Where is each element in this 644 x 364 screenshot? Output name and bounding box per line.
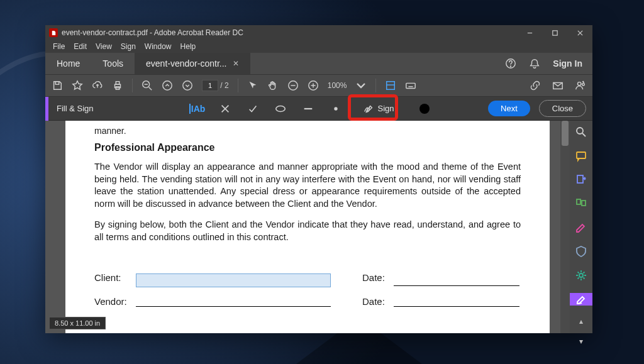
svg-point-43 — [579, 273, 583, 277]
next-button[interactable]: Next — [488, 101, 530, 116]
share-link-icon[interactable] — [530, 80, 541, 91]
window-minimize-button[interactable] — [517, 25, 542, 40]
menu-view[interactable]: View — [92, 42, 116, 51]
fill-sign-rail-icon[interactable] — [570, 293, 592, 306]
date-label: Date: — [362, 296, 394, 307]
keyboard-icon[interactable] — [405, 80, 416, 91]
notifications-bell-icon[interactable] — [529, 58, 540, 69]
main-toolbar: / 2 100% — [45, 74, 592, 97]
client-date-field[interactable] — [394, 272, 519, 286]
right-tools-rail: ▴ ▾ — [570, 121, 592, 333]
organize-pages-icon[interactable] — [574, 197, 588, 210]
edit-pdf-icon[interactable] — [574, 221, 588, 234]
svg-point-13 — [163, 81, 172, 90]
page-indicator: / 2 — [202, 80, 229, 91]
window-close-button[interactable] — [567, 25, 592, 40]
doc-paragraph: The Vendor will display an appearance an… — [94, 161, 521, 210]
vendor-date-field[interactable] — [394, 296, 519, 307]
client-signature-field[interactable] — [136, 273, 331, 287]
tab-close-icon[interactable]: ✕ — [233, 59, 239, 68]
svg-line-38 — [582, 133, 586, 136]
vendor-signature-field[interactable] — [136, 296, 331, 307]
document-viewport[interactable]: manner. Professional Appearance The Vend… — [45, 121, 570, 333]
svg-rect-21 — [406, 83, 415, 88]
selection-arrow-icon[interactable] — [247, 80, 258, 91]
menu-edit[interactable]: Edit — [70, 42, 91, 51]
svg-rect-20 — [387, 82, 395, 90]
svg-point-28 — [578, 82, 581, 85]
rail-scroll-down-icon[interactable]: ▾ — [579, 337, 583, 346]
svg-point-34 — [275, 106, 284, 111]
client-label: Client: — [94, 272, 136, 286]
print-icon[interactable] — [112, 80, 123, 91]
sign-button[interactable]: Sign — [357, 101, 401, 117]
optimize-gear-icon[interactable] — [574, 269, 588, 282]
menu-help[interactable]: Help — [177, 42, 200, 51]
svg-line-31 — [582, 81, 584, 83]
svg-rect-42 — [582, 201, 586, 206]
page-down-icon[interactable] — [182, 80, 193, 91]
fit-width-icon[interactable] — [385, 80, 396, 91]
page-total: 2 — [225, 81, 229, 90]
zoom-dropdown-icon[interactable] — [355, 80, 367, 91]
svg-point-14 — [183, 81, 192, 90]
tab-document[interactable]: event-vendor-contr... ✕ — [135, 53, 250, 74]
dot-tool[interactable] — [329, 102, 343, 116]
share-people-icon[interactable] — [575, 80, 586, 91]
help-icon[interactable] — [505, 58, 516, 69]
titlebar: event-vendor-contract.pdf - Adobe Acroba… — [45, 25, 592, 40]
svg-rect-8 — [116, 82, 119, 85]
svg-rect-1 — [552, 30, 557, 35]
vendor-label: Vendor: — [94, 296, 136, 307]
menu-sign[interactable]: Sign — [117, 42, 140, 51]
date-label: Date: — [362, 272, 394, 286]
rail-scroll-up-icon[interactable]: ▴ — [579, 317, 583, 326]
pdf-page: manner. Professional Appearance The Vend… — [65, 121, 550, 333]
sign-in-link[interactable]: Sign In — [553, 58, 582, 69]
page-up-icon[interactable] — [162, 80, 173, 91]
document-scrollbar[interactable] — [560, 121, 570, 333]
tabstrip: Home Tools event-vendor-contr... ✕ Sign … — [45, 53, 592, 74]
page-current-input[interactable] — [202, 80, 218, 91]
zoom-out-magnifier-icon[interactable] — [142, 80, 153, 91]
line-tool[interactable] — [301, 102, 315, 116]
checkmark-tool[interactable] — [246, 102, 260, 116]
cloud-upload-icon[interactable] — [92, 80, 103, 91]
hand-pan-icon[interactable] — [267, 80, 279, 91]
fill-sign-toolbar: Fill & Sign IAb Sign Next Close — [45, 97, 592, 121]
zoom-level[interactable]: 100% — [328, 81, 347, 90]
svg-rect-6 — [55, 82, 58, 85]
color-swatch-black[interactable] — [419, 104, 430, 114]
fill-sign-label: Fill & Sign — [57, 104, 94, 113]
comment-icon[interactable] — [574, 150, 588, 162]
tab-home[interactable]: Home — [45, 53, 91, 74]
menu-file[interactable]: File — [49, 42, 69, 51]
protect-shield-icon[interactable] — [574, 245, 588, 258]
svg-rect-40 — [577, 175, 583, 183]
add-text-tool[interactable]: IAb — [191, 102, 204, 116]
close-button[interactable]: Close — [539, 100, 586, 117]
pdf-file-icon — [49, 28, 58, 37]
save-icon[interactable] — [52, 80, 63, 91]
menu-window[interactable]: Window — [141, 42, 175, 51]
tab-tools[interactable]: Tools — [91, 53, 135, 74]
tab-document-label: event-vendor-contr... — [146, 58, 226, 69]
page-dimensions-badge: 8.50 x 11.00 in — [49, 317, 106, 329]
circle-tool[interactable] — [274, 102, 287, 116]
export-pdf-icon[interactable] — [574, 174, 588, 186]
svg-point-5 — [511, 66, 511, 67]
zoom-out-icon[interactable] — [287, 80, 299, 91]
window-title: event-vendor-contract.pdf - Adobe Acroba… — [62, 28, 243, 37]
crossmark-tool[interactable] — [218, 102, 232, 116]
svg-point-37 — [577, 128, 583, 134]
sign-button-label: Sign — [378, 104, 394, 113]
fill-sign-accent — [45, 97, 48, 121]
svg-line-11 — [149, 87, 152, 91]
window-maximize-button[interactable] — [542, 25, 567, 40]
search-icon[interactable] — [574, 126, 588, 138]
share-email-icon[interactable] — [552, 80, 564, 91]
svg-point-29 — [582, 83, 585, 85]
star-icon[interactable] — [72, 80, 83, 91]
zoom-in-icon[interactable] — [308, 80, 319, 91]
svg-point-36 — [334, 107, 337, 110]
